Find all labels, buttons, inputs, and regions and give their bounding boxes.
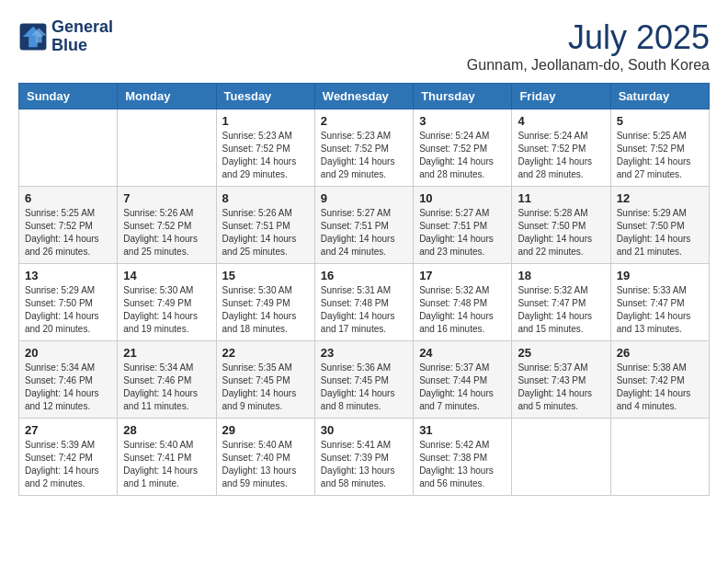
month-title: July 2025 <box>467 18 710 57</box>
day-info: Sunrise: 5:27 AM Sunset: 7:51 PM Dayligh… <box>321 207 407 259</box>
page-header: General Blue July 2025 Gunnam, Jeollanam… <box>18 18 710 74</box>
calendar-cell: 10Sunrise: 5:27 AM Sunset: 7:51 PM Dayli… <box>414 187 512 264</box>
day-number: 13 <box>25 269 111 282</box>
calendar-cell <box>610 419 709 496</box>
day-number: 25 <box>518 346 604 360</box>
calendar-cell: 12Sunrise: 5:29 AM Sunset: 7:50 PM Dayli… <box>610 187 709 264</box>
day-number: 23 <box>321 346 407 360</box>
day-number: 7 <box>123 191 210 205</box>
day-info: Sunrise: 5:36 AM Sunset: 7:45 PM Dayligh… <box>321 362 407 413</box>
calendar-cell: 20Sunrise: 5:34 AM Sunset: 7:46 PM Dayli… <box>19 341 118 419</box>
calendar-cell: 26Sunrise: 5:38 AM Sunset: 7:42 PM Dayli… <box>610 341 709 419</box>
day-number: 19 <box>617 269 703 282</box>
calendar-cell: 13Sunrise: 5:29 AM Sunset: 7:50 PM Dayli… <box>19 264 118 341</box>
day-info: Sunrise: 5:37 AM Sunset: 7:44 PM Dayligh… <box>419 362 506 413</box>
day-header-saturday: Saturday <box>610 84 709 109</box>
day-info: Sunrise: 5:23 AM Sunset: 7:52 PM Dayligh… <box>321 130 407 181</box>
calendar-table: SundayMondayTuesdayWednesdayThursdayFrid… <box>18 83 710 496</box>
day-info: Sunrise: 5:34 AM Sunset: 7:46 PM Dayligh… <box>123 362 210 413</box>
day-number: 2 <box>321 114 407 128</box>
calendar-week-row: 20Sunrise: 5:34 AM Sunset: 7:46 PM Dayli… <box>19 341 710 419</box>
day-number: 11 <box>518 191 604 205</box>
day-header-wednesday: Wednesday <box>314 84 413 109</box>
day-header-thursday: Thursday <box>414 84 512 109</box>
calendar-cell: 25Sunrise: 5:37 AM Sunset: 7:43 PM Dayli… <box>512 341 610 419</box>
calendar-week-row: 1Sunrise: 5:23 AM Sunset: 7:52 PM Daylig… <box>19 109 710 187</box>
logo-icon <box>18 22 48 52</box>
day-number: 24 <box>419 346 506 360</box>
calendar-week-row: 13Sunrise: 5:29 AM Sunset: 7:50 PM Dayli… <box>19 264 710 341</box>
day-number: 4 <box>518 114 604 128</box>
day-info: Sunrise: 5:32 AM Sunset: 7:47 PM Dayligh… <box>518 284 604 336</box>
day-number: 29 <box>222 423 309 437</box>
day-number: 22 <box>222 346 309 360</box>
calendar-cell: 29Sunrise: 5:40 AM Sunset: 7:40 PM Dayli… <box>216 419 314 496</box>
day-info: Sunrise: 5:34 AM Sunset: 7:46 PM Dayligh… <box>25 362 111 413</box>
day-info: Sunrise: 5:42 AM Sunset: 7:38 PM Dayligh… <box>419 439 506 490</box>
calendar-cell: 24Sunrise: 5:37 AM Sunset: 7:44 PM Dayli… <box>414 341 512 419</box>
calendar-cell <box>118 109 216 187</box>
day-number: 31 <box>419 423 506 437</box>
calendar-cell: 4Sunrise: 5:24 AM Sunset: 7:52 PM Daylig… <box>512 109 610 187</box>
day-info: Sunrise: 5:31 AM Sunset: 7:48 PM Dayligh… <box>321 284 407 336</box>
calendar-cell: 6Sunrise: 5:25 AM Sunset: 7:52 PM Daylig… <box>19 187 118 264</box>
calendar-cell: 7Sunrise: 5:26 AM Sunset: 7:52 PM Daylig… <box>118 187 216 264</box>
day-info: Sunrise: 5:41 AM Sunset: 7:39 PM Dayligh… <box>321 439 407 490</box>
day-number: 15 <box>222 269 309 282</box>
calendar-cell: 1Sunrise: 5:23 AM Sunset: 7:52 PM Daylig… <box>216 109 314 187</box>
day-number: 1 <box>222 114 309 128</box>
day-info: Sunrise: 5:24 AM Sunset: 7:52 PM Dayligh… <box>518 130 604 181</box>
calendar-cell: 27Sunrise: 5:39 AM Sunset: 7:42 PM Dayli… <box>19 419 118 496</box>
calendar-cell: 8Sunrise: 5:26 AM Sunset: 7:51 PM Daylig… <box>216 187 314 264</box>
day-number: 21 <box>123 346 210 360</box>
calendar-cell: 22Sunrise: 5:35 AM Sunset: 7:45 PM Dayli… <box>216 341 314 419</box>
day-number: 5 <box>617 114 703 128</box>
calendar-cell: 16Sunrise: 5:31 AM Sunset: 7:48 PM Dayli… <box>314 264 413 341</box>
day-info: Sunrise: 5:26 AM Sunset: 7:52 PM Dayligh… <box>123 207 210 259</box>
day-info: Sunrise: 5:40 AM Sunset: 7:40 PM Dayligh… <box>222 439 309 490</box>
day-info: Sunrise: 5:24 AM Sunset: 7:52 PM Dayligh… <box>419 130 506 181</box>
day-info: Sunrise: 5:29 AM Sunset: 7:50 PM Dayligh… <box>617 207 703 259</box>
calendar-cell: 14Sunrise: 5:30 AM Sunset: 7:49 PM Dayli… <box>118 264 216 341</box>
day-info: Sunrise: 5:26 AM Sunset: 7:51 PM Dayligh… <box>222 207 309 259</box>
calendar-cell: 19Sunrise: 5:33 AM Sunset: 7:47 PM Dayli… <box>610 264 709 341</box>
day-number: 27 <box>25 423 111 437</box>
day-info: Sunrise: 5:23 AM Sunset: 7:52 PM Dayligh… <box>222 130 309 181</box>
calendar-cell: 3Sunrise: 5:24 AM Sunset: 7:52 PM Daylig… <box>414 109 512 187</box>
day-number: 9 <box>321 191 407 205</box>
day-number: 10 <box>419 191 506 205</box>
day-info: Sunrise: 5:39 AM Sunset: 7:42 PM Dayligh… <box>25 439 111 490</box>
day-info: Sunrise: 5:35 AM Sunset: 7:45 PM Dayligh… <box>222 362 309 413</box>
day-info: Sunrise: 5:28 AM Sunset: 7:50 PM Dayligh… <box>518 207 604 259</box>
logo: General Blue <box>18 18 113 55</box>
day-number: 17 <box>419 269 506 282</box>
calendar-cell: 15Sunrise: 5:30 AM Sunset: 7:49 PM Dayli… <box>216 264 314 341</box>
day-number: 8 <box>222 191 309 205</box>
calendar-week-row: 6Sunrise: 5:25 AM Sunset: 7:52 PM Daylig… <box>19 187 710 264</box>
day-number: 3 <box>419 114 506 128</box>
title-block: July 2025 Gunnam, Jeollanam-do, South Ko… <box>467 18 710 74</box>
day-header-tuesday: Tuesday <box>216 84 314 109</box>
location-title: Gunnam, Jeollanam-do, South Korea <box>467 57 710 74</box>
calendar-cell: 21Sunrise: 5:34 AM Sunset: 7:46 PM Dayli… <box>118 341 216 419</box>
day-info: Sunrise: 5:38 AM Sunset: 7:42 PM Dayligh… <box>617 362 703 413</box>
day-number: 26 <box>617 346 703 360</box>
calendar-cell: 18Sunrise: 5:32 AM Sunset: 7:47 PM Dayli… <box>512 264 610 341</box>
day-number: 16 <box>321 269 407 282</box>
day-header-sunday: Sunday <box>19 84 118 109</box>
day-info: Sunrise: 5:30 AM Sunset: 7:49 PM Dayligh… <box>123 284 210 336</box>
day-number: 30 <box>321 423 407 437</box>
day-number: 28 <box>123 423 210 437</box>
day-info: Sunrise: 5:27 AM Sunset: 7:51 PM Dayligh… <box>419 207 506 259</box>
day-info: Sunrise: 5:33 AM Sunset: 7:47 PM Dayligh… <box>617 284 703 336</box>
day-number: 18 <box>518 269 604 282</box>
calendar-cell: 28Sunrise: 5:40 AM Sunset: 7:41 PM Dayli… <box>118 419 216 496</box>
logo-text: General Blue <box>51 18 113 55</box>
day-info: Sunrise: 5:25 AM Sunset: 7:52 PM Dayligh… <box>25 207 111 259</box>
day-number: 14 <box>123 269 210 282</box>
calendar-cell <box>19 109 118 187</box>
day-info: Sunrise: 5:30 AM Sunset: 7:49 PM Dayligh… <box>222 284 309 336</box>
calendar-header-row: SundayMondayTuesdayWednesdayThursdayFrid… <box>19 84 710 109</box>
day-info: Sunrise: 5:29 AM Sunset: 7:50 PM Dayligh… <box>25 284 111 336</box>
calendar-cell: 31Sunrise: 5:42 AM Sunset: 7:38 PM Dayli… <box>414 419 512 496</box>
